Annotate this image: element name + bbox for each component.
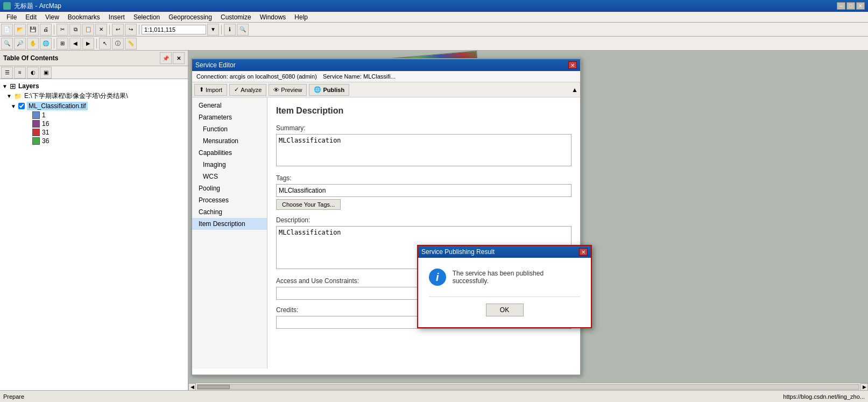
maximize-btn[interactable]: □ bbox=[846, 2, 855, 10]
menu-insert[interactable]: Insert bbox=[104, 12, 129, 22]
menubar: File Edit View Bookmarks Insert Selectio… bbox=[0, 12, 868, 23]
scroll-track[interactable] bbox=[197, 384, 859, 390]
extent-btn[interactable]: ⊞ bbox=[57, 38, 68, 50]
sidebar-pooling[interactable]: Pooling bbox=[192, 182, 267, 194]
sidebar-item-description[interactable]: Item Description bbox=[192, 218, 267, 230]
scroll-right-btn[interactable]: ▶ bbox=[860, 383, 868, 391]
prev-extent-btn[interactable]: ◀ bbox=[69, 38, 81, 50]
menu-customize[interactable]: Customize bbox=[216, 12, 256, 22]
toc-list-btn[interactable]: ☰ bbox=[1, 67, 13, 79]
close-btn[interactable]: ✕ bbox=[856, 2, 865, 10]
select-btn[interactable]: ↖ bbox=[99, 38, 111, 50]
dialog-message-row: i The service has been published success… bbox=[429, 269, 580, 286]
measure-btn[interactable]: 📏 bbox=[125, 38, 137, 50]
map-scrollbar[interactable]: ◀ ▶ bbox=[188, 383, 868, 390]
menu-help[interactable]: Help bbox=[290, 12, 312, 22]
identify-btn[interactable]: ℹ bbox=[224, 24, 236, 36]
sidebar-parameters[interactable]: Parameters bbox=[192, 111, 267, 123]
legend-color-36 bbox=[32, 137, 40, 145]
sidebar-function[interactable]: Function bbox=[192, 123, 267, 135]
menu-geoprocessing[interactable]: Geoprocessing bbox=[164, 12, 216, 22]
sidebar-caching[interactable]: Caching bbox=[192, 206, 267, 218]
zoom-out-btn[interactable]: 🔎 bbox=[14, 38, 26, 50]
scale-input[interactable]: 1:1,011,115 bbox=[142, 25, 206, 34]
copy-btn[interactable]: ⧉ bbox=[69, 24, 81, 36]
toc-layer-item-group: ▼ ML_Classification.tif 1 16 bbox=[11, 101, 186, 145]
search-btn[interactable]: 🔍 bbox=[237, 24, 249, 36]
menu-file[interactable]: File bbox=[2, 12, 21, 22]
menu-bookmarks[interactable]: Bookmarks bbox=[63, 12, 104, 22]
tsep2 bbox=[96, 39, 97, 48]
sidebar-capabilities[interactable]: Capabilities bbox=[192, 147, 267, 159]
toc-visibility-btn[interactable]: ◐ bbox=[27, 67, 39, 79]
scroll-thumb[interactable] bbox=[197, 385, 230, 389]
service-editor-close[interactable]: ✕ bbox=[568, 61, 577, 69]
toc-header-controls[interactable]: 📌 ✕ bbox=[160, 52, 185, 64]
sidebar-wcs[interactable]: WCS bbox=[192, 171, 267, 182]
service-editor-titlebar: Service Editor ✕ bbox=[192, 59, 580, 71]
publish-btn[interactable]: 🌐 Publish bbox=[309, 84, 349, 96]
menu-view[interactable]: View bbox=[41, 12, 63, 22]
summary-label: Summary: bbox=[276, 124, 571, 132]
scale-dropdown[interactable]: ▼ bbox=[207, 24, 219, 36]
sidebar-imaging[interactable]: Imaging bbox=[192, 159, 267, 171]
toc-close-btn[interactable]: ✕ bbox=[173, 52, 185, 64]
next-extent-btn[interactable]: ▶ bbox=[82, 38, 94, 50]
layers-expand[interactable]: ▼ bbox=[2, 83, 8, 89]
sidebar-processes[interactable]: Processes bbox=[192, 194, 267, 206]
service-editor-title: Service Editor bbox=[195, 61, 236, 69]
choose-tags-button[interactable]: Choose Your Tags... bbox=[276, 199, 341, 210]
preview-btn[interactable]: 👁 Preview bbox=[269, 84, 307, 96]
tsep1 bbox=[54, 39, 54, 48]
ok-button[interactable]: OK bbox=[486, 304, 524, 316]
print-btn[interactable]: 🖨 bbox=[40, 24, 52, 36]
save-btn[interactable]: 💾 bbox=[27, 24, 39, 36]
summary-field-group: Summary: bbox=[276, 124, 571, 168]
delete-btn[interactable]: ✕ bbox=[95, 24, 107, 36]
file-expand[interactable]: ▼ bbox=[6, 93, 12, 99]
tags-input[interactable] bbox=[276, 184, 571, 197]
toc-source-btn[interactable]: ≡ bbox=[14, 67, 26, 79]
redo-btn[interactable]: ↪ bbox=[125, 24, 137, 36]
zoom-in-btn[interactable]: 🔍 bbox=[1, 38, 13, 50]
layer-checkbox[interactable] bbox=[18, 103, 25, 109]
import-btn[interactable]: ⬆ Import bbox=[194, 84, 227, 96]
service-name-text: Service Name: MLClassifi... bbox=[323, 73, 396, 80]
toc-selection-btn[interactable]: ▣ bbox=[40, 67, 52, 79]
scroll-left-btn[interactable]: ◀ bbox=[188, 383, 196, 391]
titlebar-left: 无标题 - ArcMap bbox=[3, 2, 61, 11]
analyze-label: Analyze bbox=[241, 87, 262, 93]
se-collapse-btn[interactable]: ▲ bbox=[571, 86, 578, 94]
info-btn[interactable]: ⓘ bbox=[112, 38, 124, 50]
analyze-btn[interactable]: ✓ Analyze bbox=[229, 84, 266, 96]
paste-btn[interactable]: 📋 bbox=[82, 24, 94, 36]
toc-pin-btn[interactable]: 📌 bbox=[160, 52, 172, 64]
preview-icon: 👁 bbox=[273, 87, 279, 93]
sidebar-mensuration[interactable]: Mensuration bbox=[192, 135, 267, 147]
cut-btn[interactable]: ✂ bbox=[57, 24, 68, 36]
sep2 bbox=[109, 25, 110, 34]
publish-label: Publish bbox=[323, 87, 344, 93]
undo-btn[interactable]: ↩ bbox=[112, 24, 124, 36]
sidebar-general[interactable]: General bbox=[192, 100, 267, 111]
globe-btn[interactable]: 🌐 bbox=[40, 38, 52, 50]
layer-expand[interactable]: ▼ bbox=[11, 103, 16, 109]
toc-tools: ☰ ≡ ◐ ▣ bbox=[0, 66, 188, 79]
connection-text: Connection: arcgis on localhost_6080 (ad… bbox=[196, 73, 317, 80]
menu-windows[interactable]: Windows bbox=[256, 12, 291, 22]
connection-separator bbox=[319, 73, 321, 80]
legend-items: 1 16 31 36 bbox=[32, 111, 186, 145]
pan-btn[interactable]: ✋ bbox=[27, 38, 39, 50]
open-btn[interactable]: 📂 bbox=[14, 24, 26, 36]
new-btn[interactable]: 📄 bbox=[1, 24, 13, 36]
menu-selection[interactable]: Selection bbox=[129, 12, 164, 22]
publish-result-dialog: Service Publishing Result ✕ i The servic… bbox=[417, 245, 592, 328]
dialog-close-btn[interactable]: ✕ bbox=[579, 248, 588, 256]
summary-textarea[interactable] bbox=[276, 134, 571, 166]
dialog-titlebar: Service Publishing Result ✕ bbox=[418, 246, 591, 258]
titlebar-buttons[interactable]: ─ □ ✕ bbox=[837, 2, 865, 10]
menu-edit[interactable]: Edit bbox=[21, 12, 41, 22]
minimize-btn[interactable]: ─ bbox=[837, 2, 845, 10]
dialog-buttons: OK bbox=[429, 304, 580, 316]
layers-label: Layers bbox=[18, 82, 39, 90]
